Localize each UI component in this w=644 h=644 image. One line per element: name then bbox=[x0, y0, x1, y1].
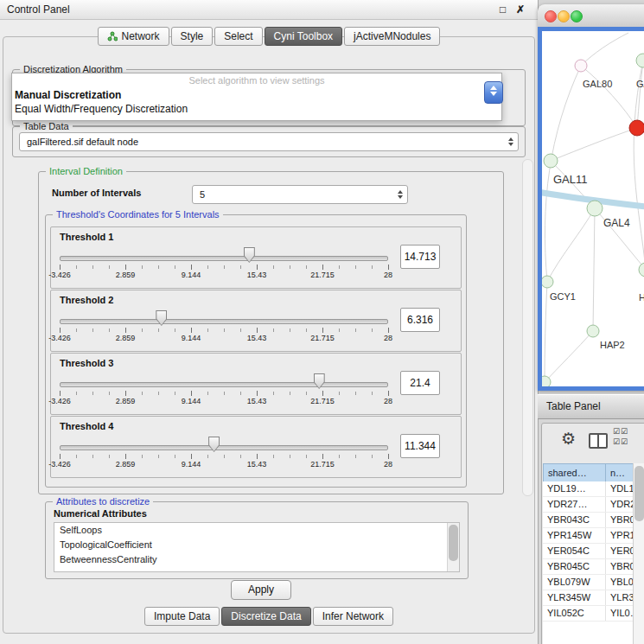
table-cell[interactable]: YBL079W bbox=[543, 575, 606, 590]
scale-label: -3.426 bbox=[48, 271, 71, 279]
table-cell[interactable]: YDR2… bbox=[606, 497, 634, 512]
attributes-group-title: Attributes to discretize bbox=[53, 496, 153, 507]
table-cell[interactable]: YDL1… bbox=[606, 481, 634, 496]
table-cell[interactable]: YLR3… bbox=[606, 590, 634, 605]
tab-cyni-toolbox[interactable]: Cyni Toolbox bbox=[265, 27, 342, 46]
mac-close-button[interactable] bbox=[545, 10, 557, 22]
table-cell[interactable]: YBR045C bbox=[543, 559, 606, 574]
table-cell[interactable]: YBR043C bbox=[543, 513, 606, 527]
slider-track[interactable] bbox=[60, 319, 388, 324]
tab-infer-network[interactable]: Infer Network bbox=[313, 607, 393, 626]
table-row[interactable]: YBR043CYBR0… bbox=[543, 513, 634, 528]
network-window-titlebar[interactable] bbox=[538, 4, 644, 28]
table-data-combo[interactable]: galFiltered.sif default node bbox=[19, 132, 519, 151]
close-icon[interactable]: ✗ bbox=[516, 0, 525, 19]
scale-label: 2.859 bbox=[116, 334, 136, 342]
attributes-scrollbar[interactable] bbox=[447, 523, 459, 571]
threshold-slider[interactable]: -3.4262.8599.14415.4321.71528 bbox=[60, 371, 388, 411]
slider-track[interactable] bbox=[60, 256, 388, 261]
column-header[interactable]: n… bbox=[606, 463, 634, 483]
slider-track[interactable] bbox=[60, 445, 388, 450]
table-panel-header: Table Panel bbox=[538, 394, 644, 419]
attribute-item[interactable]: BetweennessCentrality bbox=[54, 552, 459, 567]
network-node[interactable] bbox=[636, 54, 644, 67]
network-node[interactable] bbox=[542, 276, 553, 288]
scrollbar-thumb[interactable] bbox=[634, 466, 644, 521]
tab-discretize-data[interactable]: Discretize Data bbox=[221, 607, 310, 626]
tab-jactivemnodules[interactable]: jActiveMNodules bbox=[344, 27, 440, 46]
table-row[interactable]: YER054CYER0… bbox=[543, 544, 634, 559]
columns-icon[interactable] bbox=[589, 433, 608, 449]
apply-button[interactable]: Apply bbox=[231, 580, 291, 600]
table-cell[interactable]: YPR145W bbox=[543, 528, 606, 543]
threshold-panel: Threshold 4 -3.4262.8599.14415.4321.7152… bbox=[50, 416, 462, 478]
table-row[interactable]: YLR345WYLR3… bbox=[543, 590, 634, 606]
network-node[interactable] bbox=[587, 325, 599, 337]
threshold-slider[interactable]: -3.4262.8599.14415.4321.71528 bbox=[60, 434, 388, 474]
select-rows-icon[interactable]: ☑☑ bbox=[613, 437, 628, 446]
scrollbar-thumb[interactable] bbox=[449, 525, 458, 561]
scale-label: 28 bbox=[384, 334, 392, 342]
threshold-value-field[interactable]: 14.713 bbox=[400, 245, 440, 269]
table-row[interactable]: YBR045CYBR0… bbox=[543, 559, 634, 575]
threshold-panel: Threshold 2 -3.4262.8599.14415.4321.7152… bbox=[50, 290, 462, 352]
threshold-panel: Threshold 1 -3.4262.8599.14415.4321.7152… bbox=[50, 226, 462, 289]
table-body: YDL19…YDL1…YDR27…YDR2…YBR043CYBR0…YPR145… bbox=[543, 481, 634, 644]
network-node[interactable] bbox=[575, 60, 587, 72]
num-intervals-combo[interactable]: 5 bbox=[192, 185, 408, 204]
algorithm-option[interactable]: Equal Width/Frequency Discretization bbox=[12, 102, 501, 116]
network-node-label: GAL80 bbox=[583, 79, 612, 89]
table-cell[interactable]: YER0… bbox=[606, 544, 634, 558]
settings-scrollbar[interactable] bbox=[522, 159, 533, 496]
table-cell[interactable]: YIL052C bbox=[543, 606, 606, 621]
threshold-value-field[interactable]: 6.316 bbox=[400, 308, 440, 332]
scale-label: 21.715 bbox=[310, 334, 335, 342]
tab-select[interactable]: Select bbox=[214, 27, 262, 46]
table-cell[interactable]: YLR345W bbox=[543, 590, 606, 605]
table-cell[interactable]: YBR0… bbox=[606, 513, 634, 527]
attribute-item[interactable]: SelfLoops bbox=[54, 523, 459, 538]
float-window-icon[interactable]: □ bbox=[500, 0, 506, 19]
column-header[interactable]: shared… bbox=[543, 463, 606, 483]
threshold-value-field[interactable]: 11.344 bbox=[400, 434, 440, 458]
table-row[interactable]: YPR145WYPR1… bbox=[543, 528, 634, 544]
table-cell[interactable]: YIL0… bbox=[606, 606, 634, 621]
table-cell[interactable]: YER054C bbox=[543, 544, 606, 558]
network-node-label: HAP2 bbox=[600, 340, 625, 350]
attributes-list[interactable]: SelfLoopsTopologicalCoefficientBetweenne… bbox=[54, 522, 460, 572]
scale-label: 9.144 bbox=[182, 334, 201, 342]
table-cell[interactable]: YPR1… bbox=[606, 528, 634, 543]
table-row[interactable]: YBL079WYBL0… bbox=[543, 575, 634, 590]
table-cell[interactable]: YDL19… bbox=[543, 481, 606, 496]
threshold-value-field[interactable]: 21.4 bbox=[400, 371, 440, 395]
select-columns-icon[interactable]: ☑☑ bbox=[613, 427, 628, 436]
network-node[interactable] bbox=[544, 154, 558, 168]
mac-zoom-button[interactable] bbox=[571, 10, 583, 22]
tab-network[interactable]: Network bbox=[98, 27, 169, 46]
mac-minimize-button[interactable] bbox=[558, 10, 570, 22]
threshold-slider[interactable]: -3.4262.8599.14415.4321.71528 bbox=[60, 245, 388, 284]
num-intervals-label: Number of Intervals bbox=[52, 188, 141, 198]
network-node[interactable] bbox=[587, 201, 603, 216]
tab-impute-data[interactable]: Impute Data bbox=[144, 607, 220, 626]
tab-style[interactable]: Style bbox=[171, 27, 214, 46]
slider-track[interactable] bbox=[60, 382, 388, 387]
table-scrollbar[interactable] bbox=[633, 463, 644, 644]
num-intervals-value: 5 bbox=[200, 186, 205, 203]
algorithm-option[interactable]: Manual Discretization bbox=[12, 88, 501, 102]
attribute-item[interactable]: TopologicalCoefficient bbox=[54, 538, 459, 552]
table-row[interactable]: YIL052CYIL0… bbox=[543, 606, 634, 622]
table-cell[interactable]: YBR0… bbox=[606, 559, 634, 574]
table-row[interactable]: YDL19…YDL1… bbox=[543, 481, 634, 497]
network-node-label: H bbox=[639, 292, 644, 303]
network-canvas[interactable]: GAL80GAGAL11GAL4GCY1HHAP2 bbox=[542, 31, 644, 386]
table-cell[interactable]: YDR27… bbox=[543, 497, 606, 512]
table-row[interactable]: YDR27…YDR2… bbox=[543, 497, 634, 513]
gear-icon[interactable]: ⚙ bbox=[561, 429, 576, 449]
network-node[interactable] bbox=[629, 120, 644, 136]
algorithm-combo-stepper[interactable] bbox=[484, 81, 503, 104]
threshold-label: Threshold 3 bbox=[60, 358, 113, 368]
threshold-slider[interactable]: -3.4262.8599.14415.4321.71528 bbox=[60, 308, 388, 348]
table-cell[interactable]: YBL0… bbox=[606, 575, 634, 590]
network-node[interactable] bbox=[639, 263, 644, 277]
